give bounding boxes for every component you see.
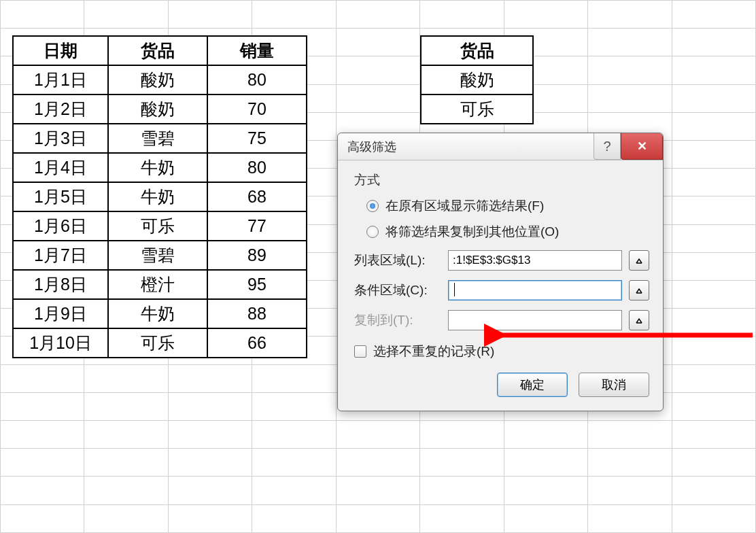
table-cell[interactable]: 可乐 (108, 328, 207, 358)
criteria-range-label: 条件区域(C): (354, 281, 441, 299)
table-cell[interactable]: 89 (207, 241, 307, 270)
table-cell[interactable]: 酸奶 (108, 94, 207, 124)
table-row[interactable]: 1月6日可乐77 (13, 211, 307, 241)
dialog-titlebar[interactable]: 高级筛选 ? ✕ (338, 133, 663, 160)
table-cell[interactable]: 橙汁 (108, 270, 207, 299)
cancel-button[interactable]: 取消 (579, 373, 649, 397)
table-row[interactable]: 1月1日酸奶80 (13, 65, 307, 94)
help-icon: ? (603, 139, 611, 154)
dialog-title: 高级筛选 (347, 139, 396, 155)
table-cell[interactable]: 1月3日 (13, 124, 108, 153)
table-cell[interactable]: 1月10日 (13, 328, 108, 358)
checkbox-label: 选择不重复的记录(R) (373, 343, 494, 360)
radio-label: 在原有区域显示筛选结果(F) (385, 197, 544, 215)
collapse-icon (634, 256, 644, 265)
table-row[interactable]: 1月7日雪碧89 (13, 241, 307, 270)
radio-icon (366, 200, 379, 212)
table-cell[interactable]: 牛奶 (108, 299, 207, 328)
mode-group-label: 方式 (354, 171, 649, 189)
table-cell[interactable]: 1月8日 (13, 270, 108, 299)
table-row[interactable]: 1月5日牛奶68 (13, 182, 307, 211)
collapse-icon (634, 286, 644, 295)
table-row[interactable]: 1月3日雪碧75 (13, 124, 307, 153)
table-row[interactable]: 1月8日橙汁95 (13, 270, 307, 299)
table-row[interactable]: 1月9日牛奶88 (13, 299, 307, 328)
checkbox-icon (354, 345, 366, 358)
help-button[interactable]: ? (594, 133, 621, 160)
table-cell[interactable]: 75 (207, 124, 307, 153)
header-qty[interactable]: 销量 (207, 36, 307, 65)
data-table[interactable]: 日期 货品 销量 1月1日酸奶801月2日酸奶701月3日雪碧751月4日牛奶8… (12, 35, 307, 358)
table-header-row: 日期 货品 销量 (13, 36, 307, 65)
table-cell[interactable]: 雪碧 (108, 241, 207, 270)
header-item[interactable]: 货品 (108, 36, 207, 65)
table-cell[interactable]: 66 (207, 328, 307, 358)
table-row[interactable]: 酸奶 (421, 65, 533, 94)
table-cell[interactable]: 95 (207, 270, 307, 299)
table-cell[interactable]: 酸奶 (421, 65, 533, 94)
list-range-input[interactable] (448, 250, 622, 271)
ok-button[interactable]: 确定 (497, 373, 568, 397)
criteria-range-input[interactable] (448, 280, 622, 300)
table-cell[interactable]: 68 (207, 182, 307, 211)
table-cell[interactable]: 1月7日 (13, 241, 108, 270)
table-row[interactable]: 可乐 (421, 94, 533, 124)
table-cell[interactable]: 可乐 (421, 94, 533, 124)
copy-to-picker[interactable] (629, 310, 649, 330)
table-row[interactable]: 1月10日可乐66 (13, 328, 307, 358)
criteria-table[interactable]: 货品 酸奶可乐 (420, 35, 534, 124)
unique-records-checkbox[interactable]: 选择不重复的记录(R) (354, 343, 649, 360)
radio-icon (366, 226, 379, 238)
table-cell[interactable]: 可乐 (108, 211, 207, 241)
table-row[interactable]: 1月4日牛奶80 (13, 153, 307, 182)
table-cell[interactable]: 80 (207, 65, 307, 94)
table-cell[interactable]: 1月4日 (13, 153, 108, 182)
table-cell[interactable]: 70 (207, 94, 307, 124)
list-range-picker[interactable] (629, 250, 649, 271)
table-cell[interactable]: 酸奶 (108, 65, 207, 94)
table-cell[interactable]: 80 (207, 153, 307, 182)
table-cell[interactable]: 雪碧 (108, 124, 207, 153)
table-cell[interactable]: 牛奶 (108, 182, 207, 211)
copy-to-label: 复制到(T): (354, 311, 441, 329)
collapse-icon (634, 315, 644, 325)
criteria-range-picker[interactable] (629, 280, 649, 300)
table-cell[interactable]: 1月5日 (13, 182, 108, 211)
radio-filter-in-place[interactable]: 在原有区域显示筛选结果(F) (366, 197, 649, 215)
advanced-filter-dialog: 高级筛选 ? ✕ 方式 在原有区域显示筛选结果(F) 将筛选结果复制到其他位置(… (337, 133, 664, 411)
table-cell[interactable]: 88 (207, 299, 307, 328)
radio-label: 将筛选结果复制到其他位置(O) (385, 223, 559, 241)
criteria-header[interactable]: 货品 (421, 36, 533, 65)
list-range-label: 列表区域(L): (354, 252, 441, 269)
table-row[interactable]: 1月2日酸奶70 (13, 94, 307, 124)
copy-to-input (448, 310, 622, 330)
header-date[interactable]: 日期 (13, 36, 108, 65)
table-cell[interactable]: 77 (207, 211, 307, 241)
radio-copy-to[interactable]: 将筛选结果复制到其他位置(O) (366, 223, 649, 241)
table-cell[interactable]: 1月1日 (13, 65, 108, 94)
close-icon: ✕ (637, 139, 647, 154)
table-cell[interactable]: 1月2日 (13, 94, 108, 124)
table-cell[interactable]: 1月9日 (13, 299, 108, 328)
table-cell[interactable]: 1月6日 (13, 211, 108, 241)
close-button[interactable]: ✕ (621, 133, 663, 160)
table-cell[interactable]: 牛奶 (108, 153, 207, 182)
